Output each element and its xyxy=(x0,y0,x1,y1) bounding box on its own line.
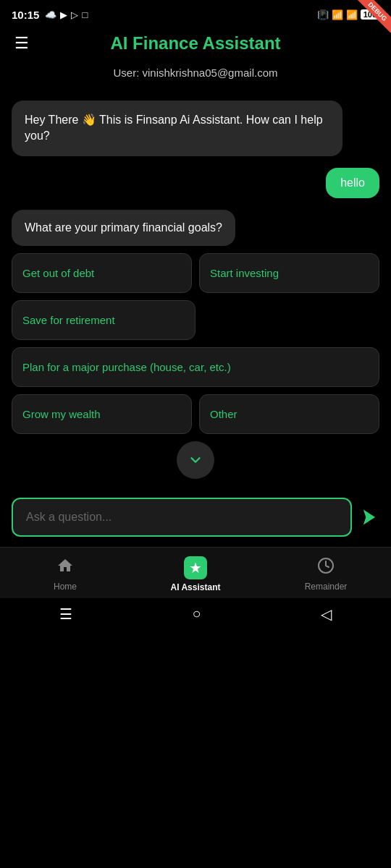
send-icon xyxy=(359,507,379,527)
ai-assistant-icon xyxy=(184,556,207,579)
system-home-icon[interactable]: ○ xyxy=(192,605,201,622)
option-start-investing[interactable]: Start investing xyxy=(199,253,379,293)
option-grow-my-wealth[interactable]: Grow my wealth xyxy=(12,394,192,434)
home-icon xyxy=(56,557,74,579)
send-button[interactable] xyxy=(359,507,379,527)
nav-item-remainder[interactable]: Remainder xyxy=(261,557,391,592)
camera-icon: □ xyxy=(82,9,88,20)
vibrate-icon: 📳 xyxy=(317,9,329,20)
wifi-icon: 📶 xyxy=(332,9,343,20)
input-area xyxy=(0,490,391,547)
reminder-icon xyxy=(317,557,335,579)
system-menu-icon[interactable]: ☰ xyxy=(59,605,72,623)
options-container: Get out of debt Start investing Save for… xyxy=(0,253,391,434)
options-row-4: Grow my wealth Other xyxy=(12,394,379,434)
option-other[interactable]: Other xyxy=(199,394,379,434)
app-title: AI Finance Assistant xyxy=(110,33,280,54)
user-email: User: vinishkrishna05@gmail.com xyxy=(114,67,278,79)
cloud-icon: ☁️ xyxy=(45,9,56,20)
system-nav-bar: ☰ ○ ◁ xyxy=(0,598,391,630)
bot-greeting-bubble: Hey There 👋 This is Finsanp Ai Assistant… xyxy=(12,101,342,156)
nav-item-ai-assistant[interactable]: AI Assistant xyxy=(130,556,261,592)
nav-remainder-label: Remainder xyxy=(305,582,348,592)
status-time: 10:15 xyxy=(12,9,39,21)
youtube-icon: ▷ xyxy=(71,9,78,20)
chat-area: Hey There 👋 This is Finsanp Ai Assistant… xyxy=(0,93,391,253)
svg-marker-0 xyxy=(363,509,375,524)
play-icon: ▶ xyxy=(60,9,67,20)
scroll-down-container xyxy=(0,434,391,490)
nav-item-home[interactable]: Home xyxy=(0,557,130,592)
options-row-3: Plan for a major purchase (house, car, e… xyxy=(12,347,379,387)
option-save-for-retirement[interactable]: Save for retirement xyxy=(12,300,196,340)
options-row-2: Save for retirement xyxy=(12,300,379,340)
chat-input[interactable] xyxy=(12,498,352,537)
nav-ai-label: AI Assistant xyxy=(171,582,221,592)
header: ☰ AI Finance Assistant xyxy=(0,26,391,61)
bot-question-text: What are your primary financial goals? xyxy=(25,221,222,234)
system-back-icon[interactable]: ◁ xyxy=(321,605,332,623)
bottom-nav: Home AI Assistant Remainder xyxy=(0,547,391,598)
nav-home-label: Home xyxy=(54,582,77,592)
hamburger-menu-icon[interactable]: ☰ xyxy=(14,34,29,53)
status-app-icons: ☁️ ▶ ▷ □ xyxy=(45,9,88,20)
status-bar: 10:15 ☁️ ▶ ▷ □ 📳 📶 📶 100 xyxy=(0,0,391,26)
chevron-down-icon xyxy=(188,452,203,468)
bot-question-bubble: What are your primary financial goals? xyxy=(12,210,235,246)
user-info: User: vinishkrishna05@gmail.com xyxy=(0,61,391,93)
scroll-down-button[interactable] xyxy=(177,441,214,479)
option-major-purchase[interactable]: Plan for a major purchase (house, car, e… xyxy=(12,347,379,387)
user-message-bubble: hello xyxy=(326,168,379,198)
option-get-out-of-debt[interactable]: Get out of debt xyxy=(12,253,192,293)
user-message-text: hello xyxy=(340,176,365,189)
bot-greeting-text: Hey There 👋 This is Finsanp Ai Assistant… xyxy=(25,114,323,142)
options-row-1: Get out of debt Start investing xyxy=(12,253,379,293)
